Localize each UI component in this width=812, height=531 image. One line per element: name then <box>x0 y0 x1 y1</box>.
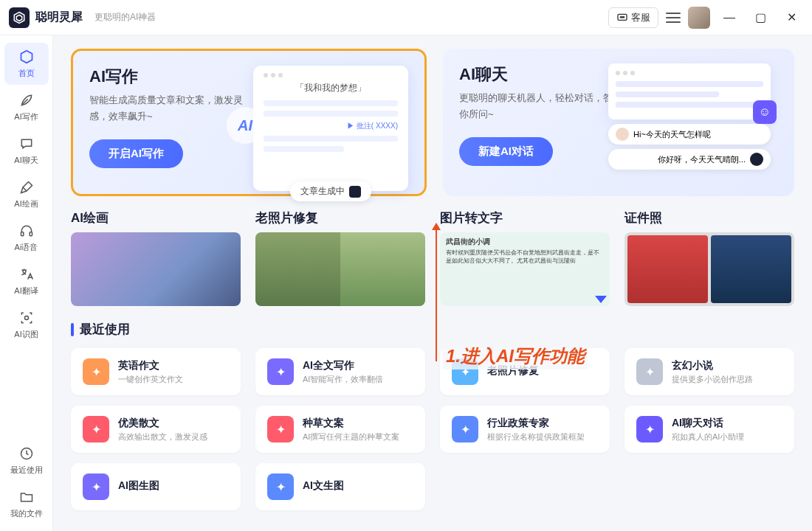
recent-card[interactable]: ✦ AI图生图 <box>71 463 241 510</box>
sidebar-item-recent[interactable]: 最近使用 <box>4 440 49 482</box>
recent-card-sub: 一键创作英文作文 <box>118 374 183 385</box>
annotation-text: 1.进入AI写作功能 <box>443 343 588 369</box>
doc-generating-status: 文章生成中 <box>290 181 371 201</box>
headphone-icon <box>18 223 35 239</box>
recent-card-sub: 高效输出散文，激发灵感 <box>118 431 207 442</box>
menu-button[interactable] <box>666 13 681 23</box>
recent-card-sub: 宛如真人的AI小助理 <box>672 431 744 442</box>
maximize-button[interactable]: ▢ <box>749 6 772 30</box>
recent-card-icon: ✦ <box>267 416 294 442</box>
sidebar-item-paint[interactable]: AI绘画 <box>4 173 49 215</box>
hero-card-writing[interactable]: AI写作 智能生成高质量文章和文案，激发灵感，效率飙升~ 开启AI写作 「我和我… <box>71 49 427 196</box>
smile-icon: ☺ <box>753 100 777 124</box>
sidebar-item-files[interactable]: 我的文件 <box>4 483 49 525</box>
recent-card-title: AI聊天对话 <box>672 417 744 430</box>
feature-paint[interactable]: AI绘画 <box>71 209 241 306</box>
sidebar-item-writing[interactable]: AI写作 <box>4 86 49 128</box>
mini-logo-icon <box>349 186 361 198</box>
svg-point-5 <box>623 16 624 17</box>
avatar-icon <box>616 128 629 141</box>
svg-marker-1 <box>16 15 22 21</box>
recent-card-title: AI图生图 <box>118 479 159 493</box>
chat-bubble-outgoing: 你好呀，今天天气晴朗... <box>608 149 771 170</box>
sidebar-item-home[interactable]: 首页 <box>4 43 49 85</box>
hero-chat-title: AI聊天 <box>459 63 619 86</box>
customer-service-button[interactable]: 客服 <box>608 7 658 28</box>
doc-annotation-label: ▶ 批注( XXXX) <box>264 121 398 131</box>
recent-card-title: 行业政策专家 <box>487 417 585 430</box>
sidebar-item-ocr[interactable]: AI识图 <box>4 304 49 346</box>
recent-card-title: 优美散文 <box>118 417 207 430</box>
recent-card-sub: 提供更多小说创作思路 <box>672 374 753 385</box>
sidebar-item-chat[interactable]: AI聊天 <box>4 130 49 172</box>
recent-card-sub: 根据行业名称提供政策框架 <box>487 431 585 442</box>
close-button[interactable]: ✕ <box>780 6 803 30</box>
recent-card[interactable]: ✦ 英语作文 一键创作英文作文 <box>71 348 241 395</box>
recent-card-title: 英语作文 <box>118 359 183 372</box>
feature-id-photo[interactable]: 证件照 <box>625 209 794 306</box>
app-subtitle: 更聪明的AI神器 <box>94 11 156 24</box>
recent-grid: ✦ 英语作文 一键创作英文作文 ✦ AI全文写作 AI智能写作，效率翻倍 ✦ 老… <box>71 348 794 510</box>
brush-icon <box>18 179 35 195</box>
recent-card[interactable]: ✦ 种草文案 AI撰写任何主题的种草文案 <box>255 406 425 453</box>
hero-card-chat[interactable]: AI聊天 更聪明的聊天机器人，轻松对话，答你所问~ 新建AI对话 ☺ Hi~今天… <box>443 49 794 196</box>
ai-badge-icon: AI <box>227 107 264 144</box>
sidebar-item-translate[interactable]: AI翻译 <box>4 260 49 302</box>
main-content: AI写作 智能生成高质量文章和文案，激发灵感，效率飙升~ 开启AI写作 「我和我… <box>53 35 812 531</box>
recent-card-icon: ✦ <box>267 358 294 385</box>
sidebar-item-voice[interactable]: Ai语音 <box>4 217 49 259</box>
recent-card-sub: AI智能写作，效率翻倍 <box>303 374 383 385</box>
user-avatar[interactable] <box>688 7 710 29</box>
feather-icon <box>18 92 35 108</box>
home-icon <box>18 49 35 65</box>
recent-card-sub: AI撰写任何主题的种草文案 <box>303 431 399 442</box>
start-chat-button[interactable]: 新建AI对话 <box>459 137 553 166</box>
svg-rect-7 <box>21 232 23 236</box>
chat-icon <box>616 12 628 24</box>
annotation-arrow <box>436 229 437 361</box>
recent-card[interactable]: ✦ AI文生图 <box>255 463 425 510</box>
hero-writing-title: AI写作 <box>89 66 249 88</box>
customer-service-label: 客服 <box>631 11 650 24</box>
recent-card-icon: ✦ <box>636 416 663 442</box>
app-logo-icon <box>9 7 30 28</box>
doc-preview-title: 「我和我的梦想」 <box>264 82 398 94</box>
recent-card[interactable]: ✦ 玄幻小说 提供更多小说创作思路 <box>625 348 794 395</box>
recent-card[interactable]: ✦ AI全文写作 AI智能写作，效率翻倍 <box>255 348 425 395</box>
feature-photo-image <box>255 232 425 306</box>
recent-heading: 最近使用 <box>71 321 794 338</box>
svg-point-9 <box>24 316 28 320</box>
hero-writing-desc: 智能生成高质量文章和文案，激发灵感，效率飙升~ <box>89 92 249 125</box>
doc-preview: 「我和我的梦想」 ▶ 批注( XXXX) AI 文章生成中 <box>253 66 408 191</box>
chat-bubble-icon <box>18 136 35 152</box>
sidebar: 首页 AI写作 AI聊天 AI绘画 Ai语音 AI翻译 AI识图 最 <box>0 35 53 531</box>
folder-icon <box>18 489 35 505</box>
minimize-button[interactable]: — <box>718 6 741 30</box>
recent-card-icon: ✦ <box>83 473 109 500</box>
recent-card[interactable]: ✦ 优美散文 高效输出散文，激发灵感 <box>71 406 241 453</box>
recent-card[interactable]: ✦ AI聊天对话 宛如真人的AI小助理 <box>625 406 794 453</box>
svg-point-3 <box>620 16 621 17</box>
recent-card-title: AI文生图 <box>303 479 344 493</box>
recent-card-title: AI全文写作 <box>303 359 383 372</box>
feature-idphoto-image <box>625 232 794 306</box>
start-writing-button[interactable]: 开启AI写作 <box>89 139 183 168</box>
recent-card-title: 种草文案 <box>303 417 399 430</box>
translate-icon <box>18 266 35 282</box>
avatar-icon <box>750 153 763 166</box>
scan-icon <box>18 310 35 326</box>
svg-marker-6 <box>21 51 32 63</box>
arrow-down-icon <box>595 296 607 303</box>
feature-ocr-image: 武昌街的小调 有时候到重庆随便买书总会不自觉地想到武昌街走走，是不是如此知音似大… <box>440 232 610 306</box>
chat-preview: ☺ Hi~今天的天气怎样呢 你好呀，今天天气晴朗... <box>608 63 771 170</box>
feature-photo-restore[interactable]: 老照片修复 <box>255 209 425 306</box>
app-name: 聪明灵犀 <box>35 10 83 25</box>
hero-chat-desc: 更聪明的聊天机器人，轻松对话，答你所问~ <box>459 90 619 122</box>
recent-card[interactable]: ✦ 行业政策专家 根据行业名称提供政策框架 <box>440 406 610 453</box>
feature-ocr[interactable]: 图片转文字 武昌街的小调 有时候到重庆随便买书总会不自觉地想到武昌街走走，是不是… <box>440 209 610 306</box>
clock-icon <box>18 445 35 462</box>
recent-card-icon: ✦ <box>83 416 109 442</box>
svg-point-4 <box>622 16 622 17</box>
recent-card-icon: ✦ <box>636 358 663 385</box>
recent-card-title: 玄幻小说 <box>672 359 753 372</box>
